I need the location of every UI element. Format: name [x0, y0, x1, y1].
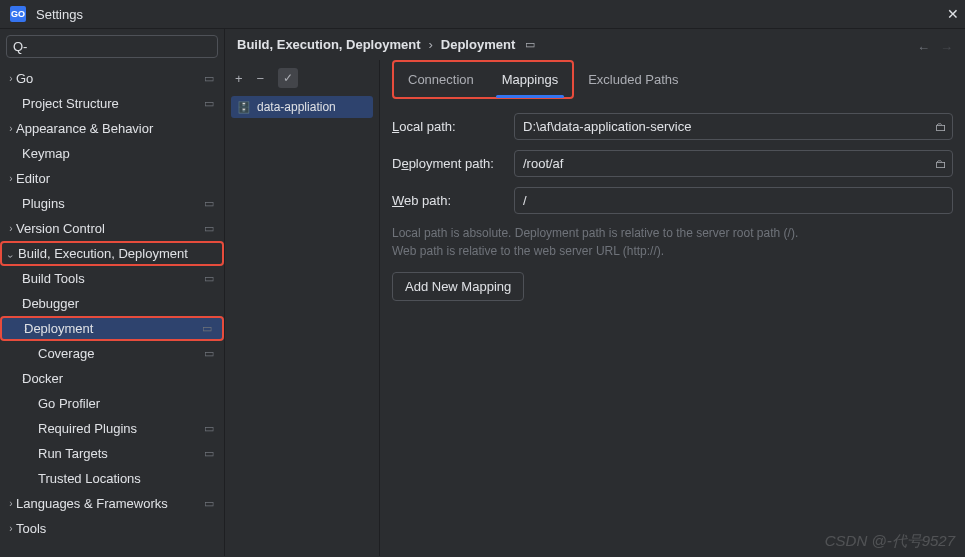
deployment-path-label: Deployment path:: [392, 156, 504, 171]
sidebar-item-label: Run Targets: [38, 446, 202, 461]
apply-icon[interactable]: ✓: [278, 68, 298, 88]
sidebar-item-build-execution-deployment[interactable]: ›Build, Execution, Deployment: [0, 241, 224, 266]
web-path-label: Web path:: [392, 193, 504, 208]
deployment-path-input[interactable]: [514, 150, 953, 177]
chevron-icon: ›: [5, 246, 16, 262]
scope-icon: ▭: [202, 272, 218, 285]
watermark: CSDN @-代号9527: [825, 532, 955, 551]
sidebar-item-build-tools[interactable]: ›Build Tools▭: [0, 266, 224, 291]
sidebar-item-editor[interactable]: ›Editor: [0, 166, 224, 191]
remove-icon[interactable]: −: [257, 71, 265, 86]
sidebar-item-label: Debugger: [22, 296, 218, 311]
sidebar-item-label: Appearance & Behavior: [16, 121, 218, 136]
chevron-icon: ›: [0, 73, 16, 84]
server-list-item[interactable]: 🗄️ data-appliation: [231, 96, 373, 118]
server-icon: 🗄️: [237, 101, 251, 114]
chevron-icon: ›: [0, 273, 22, 284]
sidebar-item-label: Plugins: [22, 196, 202, 211]
sidebar-item-docker[interactable]: ›Docker: [0, 366, 224, 391]
back-icon[interactable]: ←: [917, 40, 930, 55]
sidebar-item-required-plugins[interactable]: ›Required Plugins▭: [0, 416, 224, 441]
scope-icon: ▭: [202, 97, 218, 110]
sidebar-item-plugins[interactable]: ›Plugins▭: [0, 191, 224, 216]
folder-icon[interactable]: 🗀: [935, 120, 947, 134]
sidebar-item-label: Required Plugins: [38, 421, 202, 436]
chevron-icon: ›: [0, 223, 16, 234]
sidebar-item-label: Build, Execution, Deployment: [18, 246, 216, 261]
add-mapping-button[interactable]: Add New Mapping: [392, 272, 524, 301]
breadcrumb-a: Build, Execution, Deployment: [237, 37, 420, 52]
chevron-icon: ›: [0, 298, 22, 309]
scope-icon: ▭: [202, 347, 218, 360]
sidebar-item-deployment[interactable]: ›Deployment▭: [0, 316, 224, 341]
app-logo: GO: [10, 6, 26, 22]
tab-connection[interactable]: Connection: [394, 62, 488, 97]
sidebar-item-label: Build Tools: [22, 271, 202, 286]
hint-text: Local path is absolute. Deployment path …: [392, 224, 953, 260]
scope-icon: ▭: [200, 322, 216, 335]
sidebar-item-version-control[interactable]: ›Version Control▭: [0, 216, 224, 241]
sidebar-item-label: Version Control: [16, 221, 202, 236]
details-panel: Connection Mappings Excluded Paths Local…: [380, 60, 965, 556]
sidebar-item-trusted-locations[interactable]: ›Trusted Locations: [0, 466, 224, 491]
search-input[interactable]: [6, 35, 218, 58]
sidebar-item-go-profiler[interactable]: ›Go Profiler: [0, 391, 224, 416]
scope-icon: ▭: [202, 422, 218, 435]
chevron-icon: ›: [0, 373, 22, 384]
local-path-input[interactable]: [514, 113, 953, 140]
local-path-label: Local path:: [392, 119, 504, 134]
sidebar-item-label: Keymap: [22, 146, 218, 161]
sidebar-item-go[interactable]: ›Go▭: [0, 66, 224, 91]
sidebar-item-label: Docker: [22, 371, 218, 386]
sidebar-item-label: Go Profiler: [38, 396, 218, 411]
tab-mappings[interactable]: Mappings: [488, 62, 572, 97]
sidebar-item-label: Trusted Locations: [38, 471, 218, 486]
titlebar: GO Settings ✕: [0, 0, 965, 29]
sidebar-item-label: Deployment: [24, 321, 200, 336]
sidebar-item-label: Editor: [16, 171, 218, 186]
window-title: Settings: [36, 7, 83, 22]
sidebar-item-debugger[interactable]: ›Debugger: [0, 291, 224, 316]
sidebar-item-languages-frameworks[interactable]: ›Languages & Frameworks▭: [0, 491, 224, 516]
sidebar-item-label: Go: [16, 71, 202, 86]
chevron-icon: ›: [0, 173, 16, 184]
settings-tree: ›Go▭›Project Structure▭›Appearance & Beh…: [0, 64, 224, 556]
sidebar-item-label: Languages & Frameworks: [16, 496, 202, 511]
breadcrumb: Build, Execution, Deployment › Deploymen…: [225, 29, 965, 60]
chevron-icon: ›: [0, 498, 16, 509]
web-path-input[interactable]: [514, 187, 953, 214]
forward-icon[interactable]: →: [940, 40, 953, 55]
sidebar-item-label: Tools: [16, 521, 218, 536]
scope-icon: ▭: [202, 72, 218, 85]
sidebar-item-label: Coverage: [38, 346, 202, 361]
sidebar-item-project-structure[interactable]: ›Project Structure▭: [0, 91, 224, 116]
sidebar-item-label: Project Structure: [22, 96, 202, 111]
tab-excluded-paths[interactable]: Excluded Paths: [574, 62, 692, 97]
sidebar-item-coverage[interactable]: ›Coverage▭: [0, 341, 224, 366]
tabs: Connection Mappings Excluded Paths: [392, 60, 953, 99]
scope-icon: ▭: [523, 38, 539, 51]
server-label: data-appliation: [257, 100, 336, 114]
nav-arrows: ← →: [917, 40, 953, 55]
server-list-panel: + − ✓ 🗄️ data-appliation: [225, 60, 380, 556]
close-icon[interactable]: ✕: [947, 6, 959, 22]
sidebar-item-appearance-behavior[interactable]: ›Appearance & Behavior: [0, 116, 224, 141]
scope-icon: ▭: [202, 222, 218, 235]
add-icon[interactable]: +: [235, 71, 243, 86]
sidebar: ›Go▭›Project Structure▭›Appearance & Beh…: [0, 29, 225, 556]
chevron-right-icon: ›: [428, 37, 432, 52]
folder-icon[interactable]: 🗀: [935, 157, 947, 171]
chevron-icon: ›: [2, 323, 24, 334]
scope-icon: ▭: [202, 197, 218, 210]
scope-icon: ▭: [202, 447, 218, 460]
breadcrumb-b: Deployment: [441, 37, 515, 52]
sidebar-item-run-targets[interactable]: ›Run Targets▭: [0, 441, 224, 466]
chevron-icon: ›: [0, 123, 16, 134]
sidebar-item-keymap[interactable]: ›Keymap: [0, 141, 224, 166]
chevron-icon: ›: [0, 523, 16, 534]
scope-icon: ▭: [202, 497, 218, 510]
sidebar-item-tools[interactable]: ›Tools: [0, 516, 224, 541]
